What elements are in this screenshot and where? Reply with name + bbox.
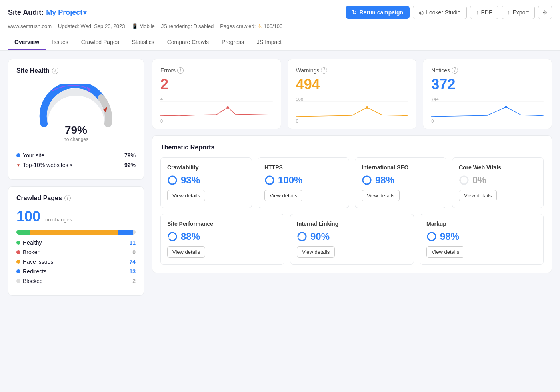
bar-issues	[30, 230, 118, 235]
view-details-button[interactable]: View details	[264, 190, 302, 201]
warning-icon: ⚠	[257, 23, 262, 29]
warnings-value: 494	[296, 76, 408, 93]
svg-point-12	[168, 176, 176, 184]
svg-marker-0	[87, 86, 91, 92]
top10-triangle: ▼	[16, 163, 20, 167]
project-chevron: ▾	[83, 9, 86, 16]
view-details-button[interactable]: View details	[297, 246, 335, 258]
notices-chart: 744 0	[431, 97, 544, 121]
legend-value[interactable]: 13	[129, 268, 136, 275]
device: 📱 Mobile	[132, 23, 155, 29]
crawled-pages-info-icon[interactable]: i	[64, 195, 71, 201]
bar-redirects	[118, 230, 133, 235]
crawled-progress-bar	[16, 230, 136, 235]
main-content: Site Health i	[0, 51, 560, 392]
tab-issues[interactable]: Issues	[46, 35, 74, 50]
right-panel: Errors i 2 4 0	[152, 59, 552, 387]
svg-point-17	[460, 176, 468, 184]
rerun-button[interactable]: ↻ Rerun campaign	[346, 6, 410, 19]
warnings-info-icon[interactable]: i	[321, 67, 327, 74]
top10-chevron[interactable]: ▾	[70, 163, 72, 168]
crawled-pages-title: Crawled Pages i	[16, 195, 136, 202]
export-button[interactable]: ↑ Export	[502, 6, 535, 19]
errors-chart-svg	[160, 101, 273, 117]
tab-statistics[interactable]: Statistics	[126, 35, 161, 50]
crawled-no-change: no changes	[45, 217, 72, 223]
report-score: 90%	[297, 231, 407, 242]
svg-point-20	[168, 233, 176, 241]
errors-card: Errors i 2 4 0	[152, 59, 281, 129]
score-ring	[264, 175, 275, 185]
bar-blocked	[133, 230, 136, 235]
gauge-percent: 79%	[64, 124, 88, 137]
legend-label: Healthy	[23, 239, 42, 246]
report-name: Markup	[426, 221, 537, 227]
nav-tabs: Overview Issues Crawled Pages Statistics…	[8, 34, 552, 50]
arrow-decoration	[48, 81, 136, 87]
warnings-label: Warnings i	[296, 67, 408, 74]
rerun-icon: ↻	[352, 9, 357, 16]
site-health-info-icon[interactable]: i	[52, 68, 58, 74]
notices-value: 372	[431, 76, 544, 93]
crawled-count: 100	[16, 208, 40, 225]
legend-value[interactable]: 74	[129, 259, 136, 265]
warnings-chart-svg	[296, 101, 408, 117]
svg-point-4	[227, 106, 229, 109]
legend-dot	[16, 279, 20, 283]
tab-progress[interactable]: Progress	[215, 35, 250, 50]
errors-value: 2	[160, 76, 273, 93]
report-name: Internal Linking	[297, 221, 407, 227]
pdf-icon: ↑	[476, 9, 479, 16]
legend-item: Healthy 11	[16, 239, 136, 246]
report-card: HTTPS 100% View details	[258, 157, 349, 208]
report-score: 88%	[167, 231, 278, 242]
tab-js-impact[interactable]: JS Impact	[250, 35, 288, 50]
looker-icon: ◎	[419, 9, 424, 16]
top-bar: Site Audit: My Project ▾ ↻ Rerun campaig…	[0, 0, 560, 51]
report-score: 98%	[426, 231, 537, 242]
report-card: Markup 98% View details	[420, 214, 544, 265]
legend-value[interactable]: 2	[132, 278, 136, 284]
view-details-button[interactable]: View details	[167, 190, 205, 201]
top10-legend: ▼ Top-10% websites ▾ 92%	[16, 162, 136, 168]
legend-item: Broken 0	[16, 249, 136, 255]
report-score: 0%	[459, 175, 537, 186]
gauge-label: 79% no changes	[64, 124, 88, 142]
score-ring	[426, 231, 437, 242]
looker-button[interactable]: ◎ Looker Studio	[413, 6, 466, 19]
view-details-button[interactable]: View details	[167, 246, 205, 258]
report-card: Internal Linking 90% View details	[290, 214, 414, 265]
legend-dot	[16, 241, 20, 245]
settings-button[interactable]: ⚙	[538, 6, 552, 19]
pdf-button[interactable]: ↑ PDF	[470, 6, 498, 19]
svg-point-14	[266, 176, 274, 184]
report-name: International SEO	[362, 164, 440, 171]
thematic-grid-bottom: Site Performance 88% View details Intern…	[160, 214, 544, 265]
tab-crawled-pages[interactable]: Crawled Pages	[75, 35, 126, 50]
errors-info-icon[interactable]: i	[177, 67, 184, 74]
legend-value[interactable]: 11	[129, 239, 136, 246]
crawled-count-row: 100 no changes	[16, 208, 136, 225]
tab-compare-crawls[interactable]: Compare Crawls	[161, 35, 215, 50]
view-details-button[interactable]: View details	[426, 246, 464, 258]
top-bar-row1: Site Audit: My Project ▾ ↻ Rerun campaig…	[8, 6, 552, 23]
view-details-button[interactable]: View details	[362, 190, 400, 201]
tab-overview[interactable]: Overview	[8, 35, 46, 50]
notices-chart-svg	[431, 101, 544, 117]
site-health-title: Site Health i	[16, 67, 136, 74]
top10-value: 92%	[124, 162, 136, 168]
notices-info-icon[interactable]: i	[452, 67, 458, 74]
updated: Updated: Wed, Sep 20, 2023	[58, 23, 125, 29]
export-icon: ↑	[508, 9, 510, 16]
report-score: 100%	[264, 175, 342, 186]
bar-healthy	[16, 230, 30, 235]
report-score: 93%	[167, 175, 245, 186]
svg-point-24	[428, 233, 436, 241]
thematic-reports-card: Thematic Reports Crawlability 93% View d…	[152, 135, 552, 273]
project-name[interactable]: My Project ▾	[46, 8, 86, 17]
report-card: International SEO 98% View details	[355, 157, 446, 208]
report-name: Core Web Vitals	[459, 164, 537, 171]
notices-card: Notices i 372 744 0	[423, 59, 552, 129]
meta-row: www.semrush.com Updated: Wed, Sep 20, 20…	[8, 23, 552, 34]
view-details-button[interactable]: View details	[459, 190, 497, 201]
